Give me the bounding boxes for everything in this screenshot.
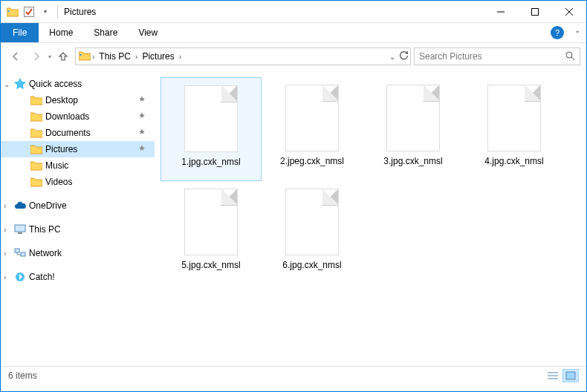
svg-rect-6	[80, 54, 82, 56]
expand-icon[interactable]: ›	[4, 273, 11, 281]
navigation-pane: ⌄ Quick access DesktopDownloadsDocuments…	[1, 70, 155, 366]
pin-icon	[138, 128, 146, 137]
file-name-label: 1.jpg.cxk_nmsl	[181, 157, 240, 167]
maximize-button[interactable]	[518, 1, 552, 23]
sidebar-network[interactable]: › Network	[1, 245, 155, 261]
minimize-button[interactable]	[484, 1, 518, 23]
file-item[interactable]: 4.jpg.cxk_nmsl	[464, 77, 565, 181]
properties-checkbox-icon[interactable]	[23, 6, 35, 18]
expand-ribbon-icon[interactable]: ⌄	[574, 26, 580, 34]
sidebar-this-pc[interactable]: › This PC	[1, 221, 155, 238]
file-name-label: 4.jpg.cxk_nmsl	[484, 156, 543, 166]
onedrive-icon	[14, 200, 26, 212]
navigation-bar: ▾ › This PC › Pictures › ⌄ Search Pictur…	[1, 43, 586, 70]
recent-locations-icon[interactable]: ▾	[48, 53, 51, 60]
search-input[interactable]: Search Pictures	[414, 48, 580, 65]
folder-icon	[7, 6, 19, 18]
chevron-right-icon[interactable]: ›	[92, 53, 94, 61]
svg-rect-19	[566, 372, 575, 379]
breadcrumb-label: Pictures	[142, 51, 174, 62]
help-icon[interactable]: ?	[551, 26, 564, 39]
status-bar: 6 items	[1, 366, 586, 384]
divider	[57, 6, 58, 18]
main-area: ⌄ Quick access DesktopDownloadsDocuments…	[1, 70, 586, 366]
folder-icon	[30, 176, 42, 188]
up-button[interactable]	[54, 48, 72, 65]
sidebar-item-desktop[interactable]: Desktop	[1, 92, 155, 108]
refresh-icon[interactable]	[398, 50, 409, 63]
tab-view[interactable]: View	[128, 23, 168, 42]
file-name-label: 6.jpg.cxk_nmsl	[282, 260, 341, 270]
sidebar-item-label: Documents	[45, 128, 91, 138]
thumbnails-view-button[interactable]	[562, 369, 579, 382]
sidebar-onedrive[interactable]: › OneDrive	[1, 197, 155, 214]
window-controls	[484, 1, 586, 23]
sidebar-quick-access[interactable]: ⌄ Quick access	[1, 76, 155, 92]
window-title: Pictures	[64, 7, 96, 17]
tab-home[interactable]: Home	[39, 23, 83, 42]
folder-icon	[30, 127, 42, 139]
address-dropdown-icon[interactable]: ⌄	[389, 53, 395, 61]
breadcrumb-this-pc[interactable]: This PC	[96, 51, 134, 62]
file-grid[interactable]: 1.jpg.cxk_nmsl2.jpeg.cxk_nmsl3.jpg.cxk_n…	[155, 70, 586, 366]
expand-icon[interactable]: ›	[4, 202, 11, 210]
expand-icon[interactable]: ›	[4, 249, 11, 258]
forward-button[interactable]	[27, 48, 45, 65]
svg-rect-10	[18, 232, 22, 234]
titlebar: ▾ Pictures	[1, 1, 586, 23]
svg-rect-9	[15, 225, 25, 232]
folder-icon	[30, 160, 42, 172]
close-button[interactable]	[552, 1, 586, 23]
file-item[interactable]: 6.jpg.cxk_nmsl	[262, 181, 363, 285]
sidebar-item-downloads[interactable]: Downloads	[1, 108, 155, 125]
tab-share[interactable]: Share	[83, 23, 128, 42]
breadcrumb-pictures[interactable]: Pictures	[139, 51, 177, 62]
details-view-button[interactable]	[545, 369, 561, 382]
file-thumbnail	[386, 85, 440, 151]
folder-icon	[79, 50, 91, 63]
svg-rect-12	[21, 252, 25, 256]
sidebar-item-label: This PC	[29, 224, 61, 235]
sidebar-item-label: Desktop	[45, 95, 78, 105]
chevron-down-icon[interactable]: ▾	[39, 6, 51, 18]
svg-rect-11	[15, 249, 19, 252]
expand-icon[interactable]: ›	[4, 226, 11, 234]
ribbon-tabs: File Home Share View ⌄ ?	[1, 23, 586, 43]
breadcrumb-label: This PC	[99, 51, 131, 62]
folder-icon	[30, 111, 42, 122]
collapse-icon[interactable]: ⌄	[4, 80, 11, 88]
file-thumbnail	[285, 85, 339, 151]
chevron-right-icon[interactable]: ›	[135, 53, 137, 61]
file-thumbnail	[184, 85, 238, 152]
back-button[interactable]	[7, 48, 25, 65]
sidebar-item-label: Pictures	[45, 144, 77, 154]
sidebar-item-label: OneDrive	[29, 200, 67, 211]
catch-icon	[14, 271, 26, 283]
search-placeholder: Search Pictures	[419, 51, 482, 62]
file-item[interactable]: 2.jpeg.cxk_nmsl	[262, 77, 363, 181]
chevron-right-icon[interactable]: ›	[179, 53, 181, 61]
sidebar-item-music[interactable]: Music	[1, 157, 155, 174]
sidebar-item-documents[interactable]: Documents	[1, 125, 155, 141]
view-switcher	[545, 369, 579, 382]
sidebar-item-pictures[interactable]: Pictures	[1, 141, 155, 157]
svg-line-8	[571, 57, 574, 60]
svg-rect-3	[532, 8, 539, 15]
sidebar-item-label: Music	[45, 160, 68, 171]
file-thumbnail	[184, 189, 238, 255]
address-bar[interactable]: › This PC › Pictures › ⌄	[75, 48, 411, 65]
file-item[interactable]: 5.jpg.cxk_nmsl	[160, 181, 262, 285]
folder-icon	[30, 94, 42, 106]
sidebar-item-videos[interactable]: Videos	[1, 174, 155, 190]
sidebar-item-label: Network	[29, 248, 62, 258]
file-item[interactable]: 3.jpg.cxk_nmsl	[363, 77, 464, 181]
this-pc-icon	[14, 223, 26, 235]
sidebar-item-label: Downloads	[45, 111, 89, 122]
file-item[interactable]: 1.jpg.cxk_nmsl	[160, 77, 262, 181]
file-tab[interactable]: File	[1, 23, 39, 42]
search-icon[interactable]	[565, 50, 575, 63]
sidebar-catch[interactable]: › Catch!	[1, 269, 155, 285]
pin-icon	[138, 145, 146, 154]
network-icon	[14, 247, 26, 259]
svg-rect-0	[7, 10, 10, 12]
